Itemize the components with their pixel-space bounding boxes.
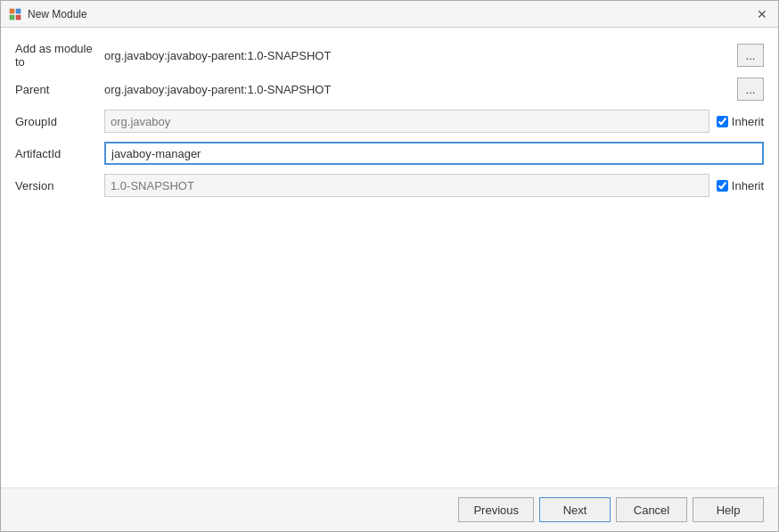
svg-rect-2: [10, 15, 14, 20]
add-as-module-input-group: org.javaboy:javaboy-parent:1.0-SNAPSHOT: [104, 49, 732, 62]
version-inherit-label[interactable]: Inherit: [732, 179, 764, 192]
add-as-module-browse-button[interactable]: ...: [737, 44, 764, 67]
window-title: New Module: [28, 8, 87, 20]
add-as-module-row: Add as module to org.javaboy:javaboy-par…: [15, 42, 764, 69]
cancel-button[interactable]: Cancel: [616, 497, 687, 522]
title-bar: New Module ✕: [1, 1, 778, 28]
add-as-module-value: org.javaboy:javaboy-parent:1.0-SNAPSHOT: [104, 49, 732, 62]
parent-input-group: org.javaboy:javaboy-parent:1.0-SNAPSHOT: [104, 83, 732, 96]
help-button[interactable]: Help: [693, 497, 764, 522]
previous-button[interactable]: Previous: [458, 497, 534, 522]
parent-value: org.javaboy:javaboy-parent:1.0-SNAPSHOT: [104, 83, 732, 96]
content-spacer: [15, 206, 764, 487]
parent-browse-button[interactable]: ...: [737, 78, 764, 101]
title-bar-left: New Module: [8, 7, 87, 21]
version-inherit-checkbox[interactable]: [717, 180, 728, 192]
groupid-inherit-label[interactable]: Inherit: [732, 115, 764, 128]
artifactid-row: ArtifactId: [15, 142, 764, 165]
groupid-inherit-checkbox[interactable]: [717, 116, 728, 127]
add-as-module-label: Add as module to: [15, 42, 104, 69]
svg-rect-3: [16, 15, 20, 20]
dialog-content: Add as module to org.javaboy:javaboy-par…: [1, 28, 778, 487]
new-module-dialog: New Module ✕ Add as module to org.javabo…: [0, 0, 779, 532]
parent-row: Parent org.javaboy:javaboy-parent:1.0-SN…: [15, 78, 764, 101]
version-label: Version: [15, 179, 104, 192]
module-icon: [8, 7, 22, 21]
dialog-footer: Previous Next Cancel Help: [1, 487, 778, 531]
artifactid-input[interactable]: [104, 142, 764, 165]
next-button[interactable]: Next: [539, 497, 611, 522]
parent-label: Parent: [15, 83, 104, 96]
artifactid-label: ArtifactId: [15, 147, 104, 160]
groupid-label: GroupId: [15, 115, 104, 128]
svg-rect-0: [10, 9, 14, 13]
close-button[interactable]: ✕: [753, 5, 771, 23]
groupid-inherit-group: Inherit: [717, 115, 764, 128]
groupid-input[interactable]: [104, 110, 709, 133]
svg-rect-1: [16, 9, 20, 13]
groupid-row: GroupId Inherit: [15, 110, 764, 133]
version-input[interactable]: [104, 174, 709, 197]
version-row: Version Inherit: [15, 174, 764, 197]
version-inherit-group: Inherit: [717, 179, 764, 192]
